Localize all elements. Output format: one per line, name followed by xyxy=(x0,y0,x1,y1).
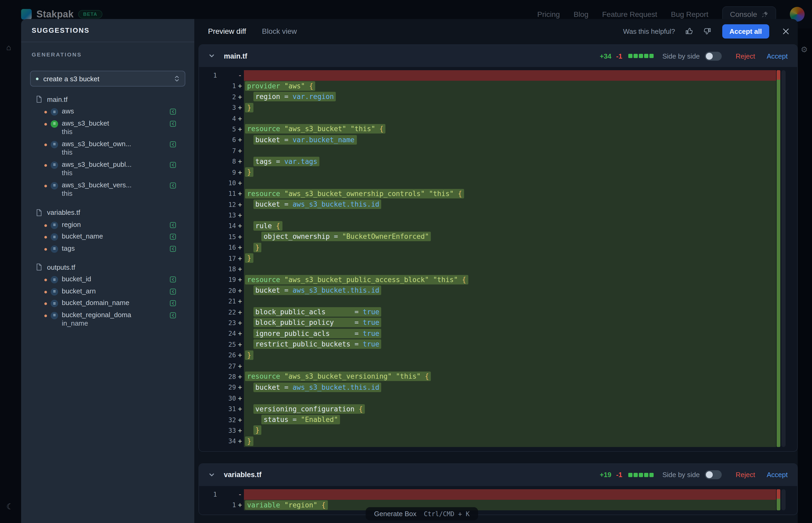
generation-select-value: create a s3 bucket xyxy=(43,75,170,83)
code-content: resource "aws_s3_bucket_public_access_bl… xyxy=(244,275,776,286)
code-content: } xyxy=(244,253,776,264)
open-block-icon[interactable] xyxy=(170,141,176,147)
open-block-icon[interactable] xyxy=(170,182,176,189)
old-line-number xyxy=(204,372,217,382)
side-by-side-toggle[interactable] xyxy=(705,470,722,479)
resource-type-icon: ≡ xyxy=(51,276,58,283)
code-content xyxy=(244,210,776,221)
diff-line: 1- xyxy=(199,70,797,81)
generate-box-hint[interactable]: Generate Box Ctrl/CMD + K xyxy=(366,507,478,520)
resource-label: bucket_arn xyxy=(62,287,166,295)
diff-line: 10+ xyxy=(199,178,797,189)
open-block-icon[interactable] xyxy=(170,233,176,240)
new-line-number: 19 xyxy=(217,275,236,286)
resource-bullet-icon xyxy=(45,164,47,166)
diff-line: 8+ tags = var.tags xyxy=(199,156,797,167)
tab-preview-diff[interactable]: Preview diff xyxy=(208,27,246,35)
diff-sign: + xyxy=(236,318,244,328)
open-block-icon[interactable] xyxy=(170,120,176,127)
new-line-number: 20 xyxy=(217,286,236,296)
diff-sign: + xyxy=(236,113,244,124)
scrollbar[interactable] xyxy=(781,70,785,447)
side-by-side-toggle[interactable] xyxy=(705,52,722,60)
tree-item-region[interactable]: ≡region xyxy=(36,219,176,231)
tab-block-view[interactable]: Block view xyxy=(262,27,297,35)
suggestions-title: SUGGESTIONS xyxy=(32,26,89,34)
thumbs-up-button[interactable] xyxy=(684,26,694,36)
collapse-chevron-icon[interactable] xyxy=(207,51,217,61)
tree-file-variables-tf[interactable]: variables.tf xyxy=(36,206,176,219)
deletions-count: -1 xyxy=(616,471,622,479)
tree-item-tags[interactable]: ≡tags xyxy=(36,242,176,254)
tree-group-outputs-tf: outputs.tf≡bucket_id≡bucket_arn≡bucket_d… xyxy=(36,261,176,329)
tree-item-aws-s3-bucket-vers-[interactable]: ≡aws_s3_bucket_vers...this xyxy=(36,179,176,200)
new-line-number: 7 xyxy=(217,145,236,156)
resource-name: region xyxy=(62,220,166,229)
stat-block xyxy=(633,473,637,477)
tree-file-outputs-tf[interactable]: outputs.tf xyxy=(36,261,176,273)
code-content xyxy=(244,113,776,124)
resource-name: bucket_domain_name xyxy=(62,299,166,307)
old-line-number xyxy=(204,264,217,275)
tree-item-aws-s3-bucket-publ-[interactable]: ≡aws_s3_bucket_publ...this xyxy=(36,159,176,179)
tree-item-bucket-domain-name[interactable]: ≡bucket_domain_name xyxy=(36,297,176,309)
accept-button[interactable]: Accept xyxy=(767,52,788,60)
diff-sign: + xyxy=(236,404,244,415)
tree-item-bucket-arn[interactable]: ≡bucket_arn xyxy=(36,285,176,297)
stat-block xyxy=(639,54,643,58)
tree-item-bucket-id[interactable]: ≡bucket_id xyxy=(36,273,176,285)
tree-file-main-tf[interactable]: main.tf xyxy=(36,93,176,106)
new-line-number: 25 xyxy=(217,339,236,350)
resource-label: bucket_regional_domain_name xyxy=(62,311,166,328)
code-content: rule { xyxy=(244,221,776,232)
diff-sign: + xyxy=(236,81,244,92)
new-line-number: 13 xyxy=(217,210,236,221)
tree-item-aws-s3-bucket-own-[interactable]: ≡aws_s3_bucket_own...this xyxy=(36,138,176,159)
open-block-icon[interactable] xyxy=(170,288,176,295)
open-block-icon[interactable] xyxy=(170,245,176,252)
reject-button[interactable]: Reject xyxy=(736,52,755,60)
open-block-icon[interactable] xyxy=(170,108,176,115)
diff-line: 4+ xyxy=(199,113,797,124)
diff-sign: + xyxy=(236,189,244,199)
file-icon xyxy=(36,95,42,103)
old-line-number xyxy=(204,436,217,447)
word-diff-highlight: ignore_public_acls = true xyxy=(253,329,382,338)
diff-line: 26+} xyxy=(199,350,797,361)
word-diff-highlight: bucket = aws_s3_bucket.this.id xyxy=(253,286,382,295)
collapse-chevron-icon[interactable] xyxy=(207,469,217,480)
open-block-icon[interactable] xyxy=(170,161,176,168)
open-block-icon[interactable] xyxy=(170,276,176,283)
diff-sign: + xyxy=(236,372,244,382)
tree-item-aws-s3-bucket[interactable]: ≡aws_s3_bucketthis xyxy=(36,118,176,138)
accept-all-button[interactable]: Accept all xyxy=(722,24,769,38)
resource-type-icon: ≡ xyxy=(51,245,58,253)
close-icon[interactable] xyxy=(781,26,790,36)
open-block-icon[interactable] xyxy=(170,312,176,319)
accept-button[interactable]: Accept xyxy=(767,471,788,479)
diff-sign: + xyxy=(236,307,244,318)
diff-sign: + xyxy=(236,135,244,146)
new-line-number: 14 xyxy=(217,221,236,232)
open-block-icon[interactable] xyxy=(170,221,176,228)
reject-button[interactable]: Reject xyxy=(736,471,755,479)
suggestions-sidebar: SUGGESTIONS GENERATIONS create a s3 buck… xyxy=(21,19,194,523)
diff-sign: + xyxy=(236,156,244,167)
new-line-number: 29 xyxy=(217,382,236,393)
diff-line: 32+ status = "Enabled" xyxy=(199,415,797,426)
tree-item-bucket-name[interactable]: ≡bucket_name xyxy=(36,231,176,242)
tree-item-aws[interactable]: ≡aws xyxy=(36,106,176,118)
resource-bullet-icon xyxy=(45,248,47,250)
resource-type-icon: ≡ xyxy=(51,288,58,295)
old-line-number xyxy=(204,113,217,124)
tree-item-bucket-regional-doma[interactable]: ≡bucket_regional_domain_name xyxy=(36,309,176,329)
thumbs-down-button[interactable] xyxy=(701,26,712,36)
word-diff-highlight: bucket = var.bucket_name xyxy=(253,135,357,145)
open-block-icon[interactable] xyxy=(170,300,176,307)
code-content: bucket = aws_s3_bucket.this.id xyxy=(244,382,776,393)
diff-rows: 1-1+variable "region" { xyxy=(199,486,797,515)
generation-select[interactable]: create a s3 bucket xyxy=(30,71,185,87)
scrollbar[interactable] xyxy=(781,489,785,510)
side-by-side-label: Side by side xyxy=(662,52,700,60)
diff-card-header: main.tf +34 -1 Side by side Reject Accep… xyxy=(199,45,797,67)
